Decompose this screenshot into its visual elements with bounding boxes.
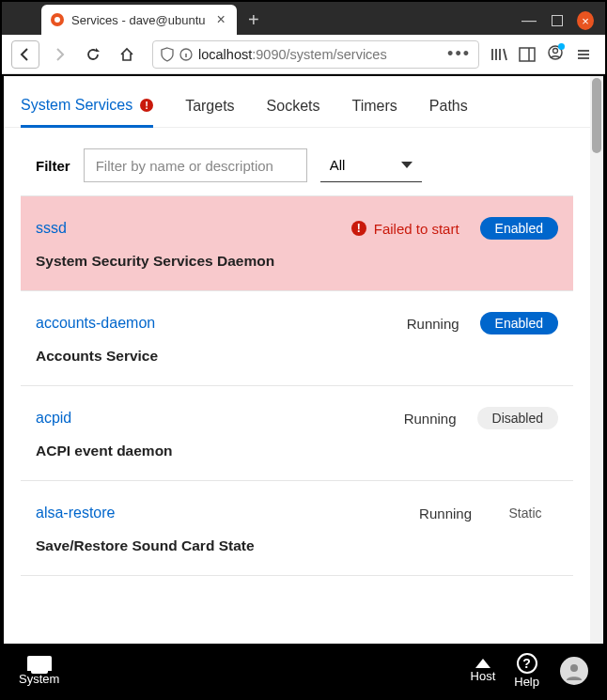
system-icon <box>27 656 52 671</box>
status-text: Failed to start <box>374 221 459 237</box>
ubuntu-favicon-icon <box>51 13 64 26</box>
library-icon[interactable] <box>490 46 507 63</box>
tab-paths[interactable]: Paths <box>429 97 468 127</box>
service-status: Running <box>404 411 457 427</box>
enablement-badge: Enabled <box>480 312 558 334</box>
tab-label: Paths <box>429 98 468 115</box>
service-description: System Security Services Daemon <box>36 253 558 270</box>
filter-input[interactable] <box>84 148 307 182</box>
service-item[interactable]: alsa-restoreRunningStaticSave/Restore So… <box>21 481 573 576</box>
service-item[interactable]: sssd!Failed to startEnabledSystem Securi… <box>21 196 573 291</box>
system-label: System <box>19 672 59 686</box>
tab-label: Timers <box>352 98 397 115</box>
close-window-button[interactable]: × <box>577 12 594 29</box>
maximize-button[interactable] <box>549 12 566 29</box>
new-tab-button[interactable]: + <box>237 9 271 35</box>
service-status: Running <box>407 316 459 332</box>
home-icon <box>119 47 134 62</box>
service-description: ACPI event daemon <box>36 443 558 459</box>
service-status: Running <box>419 506 472 521</box>
service-header-row: sssd!Failed to startEnabled <box>36 217 558 240</box>
system-nav-button[interactable]: System <box>19 656 59 686</box>
window-controls: — × <box>509 12 605 35</box>
browser-titlebar: Services - dave@ubuntu × + — × <box>2 2 605 35</box>
status-text: Running <box>419 506 472 521</box>
browser-toolbar: localhost:9090/system/services ••• <box>2 35 605 74</box>
chevron-down-icon <box>401 162 412 168</box>
service-header-row: accounts-daemonRunningEnabled <box>36 312 558 334</box>
error-icon: ! <box>351 221 366 236</box>
filter-select-value: All <box>330 157 346 173</box>
service-item[interactable]: acpidRunningDisabledACPI event daemon <box>21 386 573 481</box>
filter-select[interactable]: All <box>320 148 422 182</box>
service-header-row: acpidRunningDisabled <box>36 407 558 429</box>
help-nav-button[interactable]: ? Help <box>514 653 539 689</box>
tab-label: Sockets <box>267 98 320 115</box>
reload-icon <box>86 47 101 62</box>
service-name-link[interactable]: accounts-daemon <box>36 315 155 332</box>
svg-point-10 <box>570 664 578 672</box>
enablement-badge: Static <box>492 502 558 524</box>
tab-timers[interactable]: Timers <box>352 97 397 127</box>
service-description: Save/Restore Sound Card State <box>36 537 558 554</box>
browser-tab[interactable]: Services - dave@ubuntu × <box>41 5 237 35</box>
status-text: Running <box>404 411 457 427</box>
filter-row: Filter All <box>4 128 590 195</box>
svg-point-6 <box>553 48 558 53</box>
minimize-button[interactable]: — <box>521 12 537 29</box>
bottom-bar: System Host ? Help <box>4 646 603 696</box>
service-name-link[interactable]: acpid <box>36 410 71 427</box>
scrollbar-thumb[interactable] <box>592 78 601 153</box>
tab-targets[interactable]: Targets <box>185 97 234 127</box>
alert-badge-icon: ! <box>140 99 153 112</box>
service-status: !Failed to start <box>351 221 459 237</box>
notification-dot-icon <box>558 43 565 50</box>
arrow-left-icon <box>18 47 33 62</box>
info-icon <box>179 47 193 62</box>
help-label: Help <box>514 675 539 689</box>
status-text: Running <box>407 316 459 332</box>
svg-rect-3 <box>520 48 535 61</box>
page-viewport: System Services!TargetsSocketsTimersPath… <box>4 76 603 644</box>
tab-title: Services - dave@ubuntu <box>71 13 206 27</box>
tab-label: System Services <box>21 97 132 114</box>
reload-button[interactable] <box>79 40 107 69</box>
scrollbar[interactable] <box>590 76 603 644</box>
home-button[interactable] <box>113 40 141 69</box>
host-label: Host <box>471 669 496 683</box>
service-item[interactable]: accounts-daemonRunningEnabledAccounts Se… <box>21 291 573 386</box>
filter-label: Filter <box>36 158 70 174</box>
shield-icon <box>161 47 174 62</box>
tab-system-services[interactable]: System Services! <box>21 97 153 128</box>
avatar-icon <box>565 661 584 680</box>
url-text: localhost:9090/system/services <box>198 47 387 62</box>
account-button[interactable] <box>547 44 564 65</box>
page-tabs: System Services!TargetsSocketsTimersPath… <box>4 76 590 128</box>
service-description: Accounts Service <box>36 348 558 365</box>
host-nav-button[interactable]: Host <box>471 659 496 683</box>
arrow-right-icon <box>52 47 67 62</box>
chevron-up-icon <box>475 659 490 668</box>
back-button[interactable] <box>11 40 39 69</box>
enablement-badge: Disabled <box>477 407 558 429</box>
sidebar-icon[interactable] <box>519 46 536 63</box>
service-name-link[interactable]: alsa-restore <box>36 505 115 521</box>
page-actions-icon[interactable]: ••• <box>447 44 471 64</box>
address-bar[interactable]: localhost:9090/system/services ••• <box>152 40 479 69</box>
help-icon: ? <box>517 653 537 674</box>
service-header-row: alsa-restoreRunningStatic <box>36 502 558 524</box>
service-name-link[interactable]: sssd <box>36 220 67 237</box>
tab-label: Targets <box>185 98 234 115</box>
tab-sockets[interactable]: Sockets <box>267 97 320 127</box>
menu-icon[interactable] <box>575 46 592 63</box>
service-list: sssd!Failed to startEnabledSystem Securi… <box>21 195 573 576</box>
user-avatar[interactable] <box>560 657 588 685</box>
close-tab-icon[interactable]: × <box>213 11 229 28</box>
enablement-badge: Enabled <box>480 217 558 240</box>
forward-button <box>45 40 73 69</box>
